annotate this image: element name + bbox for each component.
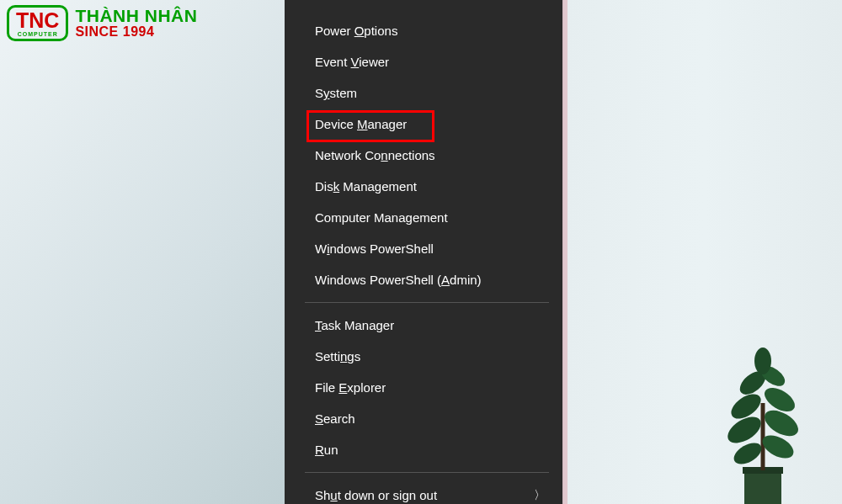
menu-event-viewer[interactable]: Event Viewer	[285, 46, 562, 77]
menu-separator	[305, 302, 549, 303]
logo-text-block: THÀNH NHÂN SINCE 1994	[75, 7, 197, 40]
svg-point-6	[760, 406, 802, 442]
svg-point-8	[760, 383, 799, 416]
logo-box: TNC COMPUTER	[7, 5, 68, 41]
menu-search[interactable]: Search	[285, 403, 562, 434]
logo-watermark: TNC COMPUTER THÀNH NHÂN SINCE 1994	[7, 5, 197, 41]
plant-decoration-icon	[695, 336, 830, 504]
menu-system[interactable]: System	[285, 77, 562, 109]
menu-label: Computer Management	[315, 210, 448, 225]
menu-label: File Explorer	[315, 380, 386, 395]
menu-run[interactable]: Run	[285, 434, 562, 465]
logo-brand-text: THÀNH NHÂN	[75, 7, 197, 25]
svg-point-11	[754, 347, 771, 374]
menu-windows-powershell-admin[interactable]: Windows PowerShell (Admin)	[285, 264, 562, 295]
winx-context-menu: Power Options Event Viewer System Device…	[285, 0, 562, 504]
menu-disk-management[interactable]: Disk Management	[285, 171, 562, 202]
menu-settings[interactable]: Settings	[285, 341, 562, 372]
menu-label: Device Manager	[315, 117, 407, 131]
logo-since-text: SINCE 1994	[75, 25, 197, 40]
menu-label: Run	[315, 443, 338, 457]
background-wall-left	[0, 0, 286, 504]
chevron-right-icon: 〉	[534, 488, 546, 503]
menu-label: Windows PowerShell	[315, 241, 434, 256]
menu-network-connections[interactable]: Network Connections	[285, 140, 562, 171]
logo-computer-text: COMPUTER	[18, 31, 58, 37]
menu-label: Network Connections	[315, 148, 435, 162]
menu-label: Task Manager	[315, 318, 394, 332]
logo-tnc-text: TNC	[16, 10, 59, 31]
menu-label: System	[315, 86, 357, 100]
menu-separator	[305, 472, 549, 473]
svg-point-3	[730, 438, 765, 468]
menu-label: Search	[315, 411, 355, 426]
menu-computer-management[interactable]: Computer Management	[285, 202, 562, 233]
menu-label: Windows PowerShell (Admin)	[315, 273, 482, 287]
svg-rect-0	[744, 470, 781, 504]
menu-label: Power Options	[315, 24, 397, 38]
menu-device-manager[interactable]: Device Manager	[285, 109, 562, 140]
background-edge-strip	[562, 0, 568, 504]
menu-label: Event Viewer	[315, 55, 389, 69]
menu-label: Settings	[315, 349, 360, 363]
menu-windows-powershell[interactable]: Windows PowerShell	[285, 233, 562, 264]
menu-file-explorer[interactable]: File Explorer	[285, 372, 562, 403]
menu-task-manager[interactable]: Task Manager	[285, 310, 562, 341]
menu-shutdown-signout[interactable]: Shut down or sign out 〉	[285, 480, 562, 504]
menu-power-options[interactable]: Power Options	[285, 15, 562, 46]
menu-label: Disk Management	[315, 179, 417, 194]
menu-label: Shut down or sign out	[315, 488, 437, 502]
